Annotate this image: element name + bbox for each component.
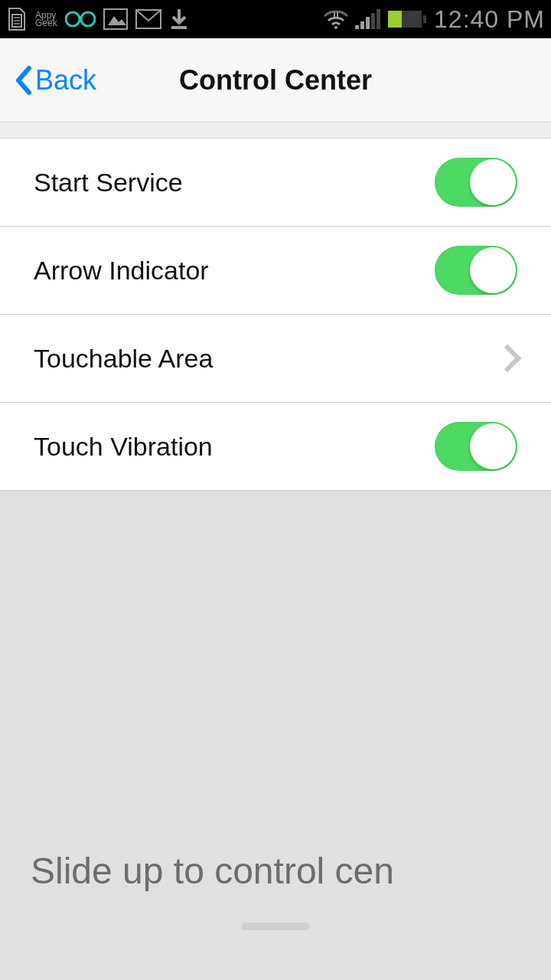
svg-point-5 [81,12,95,26]
slide-up-hint[interactable]: Slide up to control cen [0,835,551,980]
glasses-icon [65,10,96,28]
chevron-left-icon [14,65,32,96]
battery-icon [386,9,428,29]
cell-signal-icon [355,9,380,29]
toggle-touch-vibration[interactable] [435,422,517,471]
settings-list: Start Service Arrow Indicator Touchable … [0,138,551,491]
hint-text: Slide up to control cen [31,850,520,892]
row-start-service: Start Service [0,139,551,227]
toggle-arrow-indicator[interactable] [435,246,517,295]
status-bar-right: 12:40 PM [323,5,545,34]
download-icon [169,8,189,31]
grab-handle-icon [241,923,310,930]
row-arrow-indicator: Arrow Indicator [0,227,551,315]
sim-icon [6,7,28,31]
row-label: Start Service [34,168,183,198]
gallery-icon [103,8,128,30]
svg-marker-7 [108,16,126,25]
section-gap [0,122,551,138]
svg-point-4 [66,12,80,26]
svg-point-11 [334,26,337,29]
toggle-start-service[interactable] [435,158,517,207]
back-button-label: Back [35,64,96,96]
row-label: Touch Vibration [34,432,213,462]
appy-geek-icon: Appy Geek [35,11,57,27]
row-touch-vibration: Touch Vibration [0,403,551,491]
back-button[interactable]: Back [0,64,96,96]
gmail-icon [135,9,161,29]
nav-header: Back Control Center [0,38,551,122]
chevron-right-icon [494,345,522,373]
row-label: Arrow Indicator [34,256,209,286]
android-status-bar: Appy Geek 12:40 PM [0,0,551,38]
row-touchable-area[interactable]: Touchable Area [0,315,551,403]
status-clock: 12:40 PM [434,5,545,34]
row-label: Touchable Area [34,344,213,374]
status-bar-left: Appy Geek [6,7,323,31]
wifi-icon [323,8,349,30]
